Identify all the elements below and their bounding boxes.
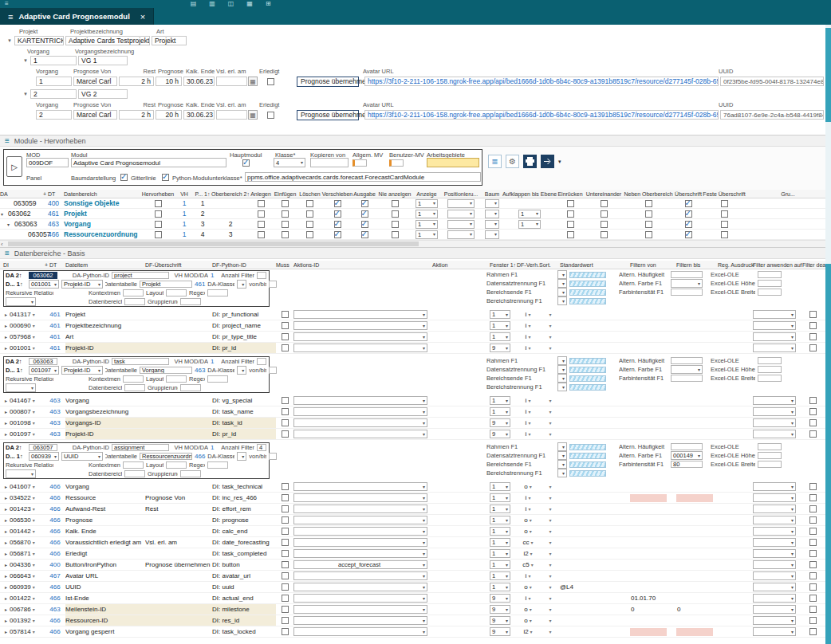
verschieben-checkbox[interactable] (334, 231, 341, 238)
bereichsende-dropdown[interactable]: ▾ (557, 374, 567, 383)
anlegen-checkbox[interactable] (258, 210, 265, 218)
settings-gear-icon[interactable]: ⚙ (506, 155, 519, 168)
hervorheben-checkbox[interactable] (155, 200, 162, 207)
fenster-dropdown[interactable]: 1▾ (490, 482, 510, 491)
rest-cell[interactable]: 2 h (119, 77, 154, 86)
tree-expander-icon[interactable]: ▾ (7, 222, 14, 227)
task-id-cell[interactable]: 1 (30, 56, 77, 65)
dataitem-row[interactable]: ▸ 006786▾ 463 Meilenstein-ID DI: milesto… (0, 604, 831, 615)
anzeige-dropdown[interactable]: 1▾ (416, 230, 438, 239)
anzeige-dropdown[interactable]: 1▾ (416, 210, 438, 218)
expander-icon[interactable]: ▾ (21, 57, 30, 64)
tab-adaptive-card-prognosemodul[interactable]: ≡ Adaptive Card Prognosemodul × (0, 8, 154, 25)
task-row[interactable]: ▾ 1 VG 1 (0, 55, 831, 66)
filtern-von-cell[interactable] (630, 561, 667, 569)
untereinander-checkbox[interactable] (601, 210, 608, 218)
filter-deak-checkbox[interactable] (809, 344, 817, 351)
filtern-bis-cell[interactable] (676, 344, 713, 352)
scrollbar-thumb[interactable] (8, 242, 419, 246)
da-number-field[interactable]: 063057 (29, 444, 57, 451)
gitterlinie-checkbox[interactable] (120, 174, 128, 181)
filter-anwenden-dropdown[interactable]: ▾ (753, 627, 796, 636)
relation-dropdown[interactable]: ▾ (6, 469, 36, 478)
muss-checkbox[interactable] (282, 572, 289, 579)
bereichstrennung-dropdown[interactable]: ▾ (557, 469, 567, 477)
sort-dropdown-icon[interactable]: ▾ (549, 431, 551, 437)
prognose-cell[interactable]: 10 h (156, 77, 182, 86)
aktion-dropdown[interactable]: ▾ (293, 538, 427, 547)
filtern-von-cell[interactable] (630, 494, 667, 502)
filter-anwenden-dropdown[interactable]: ▾ (753, 505, 796, 513)
vsl-erl-am-input[interactable] (216, 77, 247, 86)
section-menu-icon[interactable]: ≡ (5, 136, 10, 145)
ueberschrift-checkbox[interactable] (685, 210, 692, 218)
feste-ueberschrift-checkbox[interactable] (721, 200, 728, 207)
anlegen-checkbox[interactable] (258, 231, 265, 238)
vorgang-cell[interactable]: 1 (36, 77, 72, 86)
filtern-bis-cell[interactable] (676, 595, 713, 603)
modul-input[interactable]: Adaptive Card Prognosemodul (71, 158, 226, 167)
excel-ole-breite-field[interactable] (758, 461, 782, 468)
filtern-von-cell[interactable] (630, 550, 667, 558)
muss-checkbox[interactable] (282, 539, 289, 546)
df-verh-value[interactable]: i (526, 397, 527, 404)
bereichstrennung-preview[interactable] (569, 470, 606, 477)
filter-deak-checkbox[interactable] (809, 483, 817, 490)
ueberschrift-checkbox[interactable] (685, 221, 692, 228)
df-verh-value[interactable]: o (524, 516, 527, 524)
rahmen-dropdown[interactable]: ▾ (557, 442, 567, 451)
filtern-bis-cell[interactable] (676, 550, 713, 558)
loeschen-checkbox[interactable] (306, 210, 313, 218)
prognose-uebernehmen-button[interactable]: Prognose übernehmen (297, 77, 359, 87)
baum-dropdown[interactable]: ▾ (485, 220, 499, 229)
filter-deak-checkbox[interactable] (809, 617, 817, 624)
bereichstrennung-dropdown[interactable]: ▾ (557, 296, 567, 305)
filter-deak-checkbox[interactable] (809, 595, 817, 602)
filter-anwenden-dropdown[interactable]: ▾ (753, 527, 796, 536)
datenbereich-link[interactable]: Projekt (64, 210, 140, 218)
filter-anwenden-dropdown[interactable]: ▾ (753, 516, 796, 524)
aktion-dropdown[interactable]: ▾ (293, 407, 427, 416)
filter-anwenden-dropdown[interactable]: ▾ (753, 549, 796, 558)
prognose-cell[interactable]: 20 h (156, 110, 182, 120)
df-verh-value[interactable]: o (524, 528, 527, 535)
baum-dropdown[interactable]: ▾ (485, 210, 499, 218)
da-klasse-dropdown[interactable]: ▾ (237, 280, 246, 289)
filtern-bis-cell[interactable] (676, 539, 713, 547)
filtern-von-cell[interactable]: 01.01.70 (630, 595, 667, 603)
filtern-von-cell[interactable] (630, 572, 667, 580)
filtern-bis-cell[interactable] (676, 505, 713, 513)
df-verh-value[interactable]: i (526, 505, 527, 512)
baum-dropdown[interactable]: ▾ (485, 230, 499, 239)
gruppierung-field[interactable] (180, 384, 201, 391)
row-expander-icon[interactable]: ▸ (5, 618, 7, 623)
assignment-row[interactable]: 2 Marcel Carl 2 h 20 h 30.06.23 ▦ Progno… (0, 108, 831, 121)
positionierung-dropdown[interactable]: ▾ (447, 230, 475, 239)
df-verh-value[interactable]: i (526, 572, 527, 579)
muss-checkbox[interactable] (282, 528, 289, 535)
filter-anwenden-dropdown[interactable]: ▾ (753, 310, 796, 319)
dataitem-row[interactable]: ▸ 060939▾ 466 UUID DI: uuid ▾ 1▾ o▾ ▾ @L… (0, 582, 831, 593)
filter-anwenden-dropdown[interactable]: ▾ (753, 605, 796, 614)
kontextmenu-field[interactable] (123, 289, 144, 296)
dataitem-row[interactable]: ▸ 034522▾ 466 Ressource Prognose Von DI:… (0, 493, 831, 504)
filter-deak-checkbox[interactable] (809, 583, 817, 591)
aktion-dropdown[interactable]: ▾ (293, 516, 427, 524)
df-verh-value[interactable]: i2 (523, 628, 528, 635)
muss-checkbox[interactable] (282, 550, 289, 557)
bereichsende-dropdown[interactable]: ▾ (557, 288, 567, 296)
view-definition-icon[interactable]: ≣ (488, 155, 502, 168)
filter-deak-checkbox[interactable] (809, 628, 817, 635)
rahmen-dropdown[interactable]: ▾ (557, 270, 567, 279)
farbintensitaet-field[interactable]: 80 (671, 461, 703, 468)
alt-haeufigkeit-field[interactable] (671, 271, 703, 278)
python-unterklasse-input[interactable]: ppms.office.adaptivecards.cards.forecast… (245, 172, 481, 182)
filtern-von-cell[interactable] (630, 516, 667, 524)
alt-farbe-field[interactable]: 000149▾ (671, 451, 703, 460)
area-row[interactable]: 063059 400 Sonstige Objekte 1 1 1▾ ▾ ▾ ▾ (0, 198, 831, 209)
filter-anwenden-dropdown[interactable]: ▾ (753, 538, 796, 547)
vorgang-cell[interactable]: 2 (36, 110, 72, 120)
anzahl-filter-field[interactable]: 4 (257, 444, 266, 451)
anzeige-dropdown[interactable]: 1▾ (416, 199, 438, 208)
kalk-ende-cell[interactable]: 30.06.23 (183, 77, 215, 86)
